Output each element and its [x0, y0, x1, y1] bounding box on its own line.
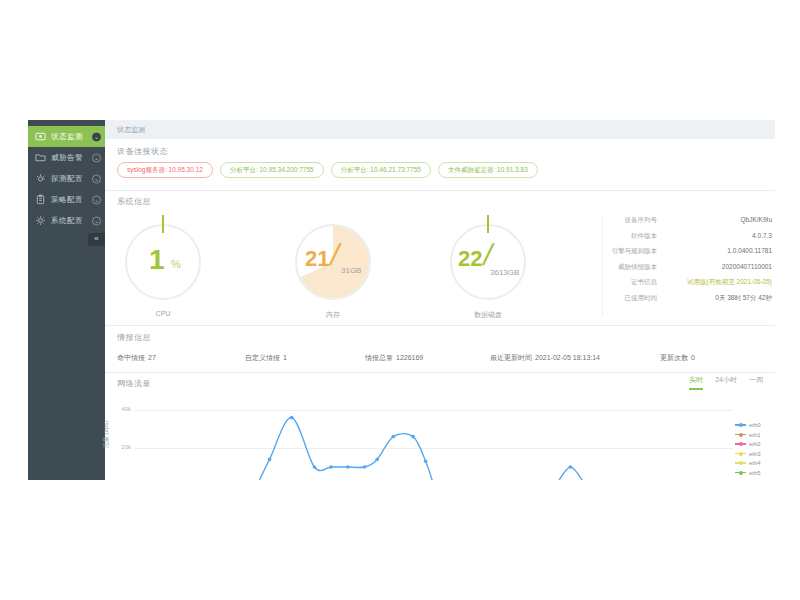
chevron-down-icon[interactable]: ⌄ [92, 174, 101, 183]
legend-item-eth2[interactable]: eth2 [735, 440, 761, 448]
section-title-device-status: 设备连接状态 [117, 146, 168, 157]
divider [105, 190, 775, 191]
gauge-label-cpu: CPU [125, 310, 201, 317]
traffic-chart[interactable] [135, 402, 733, 480]
alarm-icon [35, 173, 46, 184]
chevron-down-icon[interactable]: ⌄ [92, 216, 101, 225]
monitor-icon [35, 131, 46, 142]
sidebar-collapse-button[interactable]: « [88, 233, 105, 246]
folder-icon [35, 152, 46, 163]
legend-swatch [735, 462, 746, 464]
traffic-range-tabs: 实时 24小时 一周 [689, 375, 763, 390]
gauge-needle [162, 215, 164, 233]
detail-value-uptime: 0天 38时 57分 42秒 [715, 294, 772, 303]
clipboard-icon [35, 194, 46, 205]
stat-hit-intel: 命中情报27 [117, 353, 156, 363]
legend-swatch [735, 434, 746, 436]
breadcrumb: 状态监测 [117, 120, 145, 139]
sidebar-item-label: 策略配置 [51, 195, 83, 205]
sidebar-item-system-config[interactable]: 系统配置 ⌄ [28, 210, 105, 231]
detail-label: 引擎与规则版本 [612, 247, 658, 256]
legend-item-eth3[interactable]: eth3 [735, 450, 761, 458]
legend-item-eth1[interactable]: eth1 [735, 431, 761, 439]
chart-legend: eth0 eth1 eth2 eth3 eth4 eth5 [735, 421, 761, 478]
tab-realtime[interactable]: 实时 [689, 375, 703, 390]
sidebar-item-policy-config[interactable]: 策略配置 ⌄ [28, 189, 105, 210]
divider [105, 325, 775, 326]
status-badge-syslog[interactable]: syslog服务器: 10.95.30.12 [117, 162, 213, 178]
gauge-total: 31GB [341, 266, 361, 275]
sidebar-item-probe-config[interactable]: 探测配置 ⌄ [28, 168, 105, 189]
detail-label: 证书信息 [631, 278, 657, 287]
section-title-system-info: 系统信息 [117, 196, 151, 207]
gauge-cpu: 1 % [125, 224, 201, 300]
detail-value-serial: QbJK/K9Iu [741, 216, 772, 223]
gauge-total: 3613GB [490, 268, 519, 277]
sidebar-item-label: 系统配置 [51, 216, 83, 226]
gear-icon [35, 215, 46, 226]
detail-label: 软件版本 [631, 232, 657, 241]
status-badge-platform-2[interactable]: 分析平台: 10.46.21.73:7755 [331, 162, 431, 178]
sidebar-item-label: 威胁告警 [51, 153, 83, 163]
tab-week[interactable]: 一周 [749, 375, 763, 390]
main-content: 状态监测 设备连接状态 syslog服务器: 10.95.30.12 分析平台:… [105, 120, 775, 480]
gauge-memory: 21 / 31GB [295, 224, 371, 300]
chevron-down-icon[interactable]: ⌄ [92, 153, 101, 162]
divider [105, 372, 775, 373]
divider [602, 216, 603, 316]
detail-label: 威胁情报版本 [618, 263, 657, 272]
device-status-badges: syslog服务器: 10.95.30.12 分析平台: 10.95.34.20… [117, 162, 538, 178]
gauge-value: 1 [149, 244, 165, 276]
detail-label: 设备序列号 [625, 216, 658, 225]
legend-swatch [735, 472, 746, 474]
gauge-value: 21 [305, 246, 329, 272]
y-axis-title: 流量 (bps) [102, 421, 111, 448]
intel-stats-row: 命中情报27 自定义情报1 情报总量1226169 最近更新时间2021-02-… [105, 353, 775, 365]
stat-custom-intel: 自定义情报1 [245, 353, 287, 363]
y-axis-tick-40k: 40k [111, 406, 131, 412]
sidebar-item-label: 探测配置 [51, 174, 83, 184]
stat-update-count: 更新次数0 [660, 353, 695, 363]
detail-value-intel-version: 20200407110001 [722, 263, 772, 270]
section-title-intel-info: 情报信息 [117, 332, 151, 343]
chevron-down-icon[interactable]: ⌄ [92, 195, 101, 204]
gauge-disk: 22 / 3613GB [450, 224, 526, 300]
y-axis-tick-20k: 20k [111, 444, 131, 450]
sidebar: 状态监测 ⌄ 威胁告警 ⌄ 探测配置 ⌄ 策略配置 ⌄ 系统配置 ⌄ « [28, 120, 105, 480]
gauge-value: 22 [458, 246, 482, 272]
sidebar-item-status-monitor[interactable]: 状态监测 ⌄ [28, 126, 105, 147]
detail-value-certificate: 试用版(有效期至 2021-05-05) [687, 278, 772, 287]
gauge-unit: % [171, 258, 181, 270]
gauge-needle [487, 215, 489, 233]
legend-item-eth4[interactable]: eth4 [735, 459, 761, 467]
chevron-down-icon[interactable]: ⌄ [92, 132, 101, 141]
sidebar-item-label: 状态监测 [51, 132, 83, 142]
stat-last-update: 最近更新时间2021-02-05 18:13:14 [490, 353, 600, 363]
detail-value-engine-version: 1.0.0400.11781 [727, 247, 772, 254]
section-title-traffic: 网络流量 [117, 378, 151, 389]
gauge-label-disk: 数据磁盘 [450, 310, 526, 320]
legend-item-eth5[interactable]: eth5 [735, 469, 761, 477]
dashboard-screen: 状态监测 ⌄ 威胁告警 ⌄ 探测配置 ⌄ 策略配置 ⌄ 系统配置 ⌄ « 状态监… [0, 0, 800, 600]
detail-label: 已使用时间 [625, 294, 658, 303]
topbar: 状态监测 [105, 120, 775, 139]
detail-value-sw-version: 4.0.7.3 [752, 232, 772, 239]
legend-swatch [735, 443, 746, 445]
system-details-panel: 设备序列号QbJK/K9Iu 软件版本4.0.7.3 引擎与规则版本1.0.04… [605, 216, 775, 309]
status-badge-platform-1[interactable]: 分析平台: 10.95.34.200:7755 [220, 162, 324, 178]
status-badge-file-analyzer[interactable]: 文件威胁鉴定器: 10.91.3.83 [438, 162, 538, 178]
tab-24h[interactable]: 24小时 [715, 375, 737, 390]
stat-total-intel: 情报总量1226169 [365, 353, 423, 363]
sidebar-item-threat-alerts[interactable]: 威胁告警 ⌄ [28, 147, 105, 168]
legend-swatch [735, 424, 746, 426]
legend-item-eth0[interactable]: eth0 [735, 421, 761, 429]
legend-swatch [735, 453, 746, 455]
gauge-label-memory: 内存 [295, 310, 371, 320]
